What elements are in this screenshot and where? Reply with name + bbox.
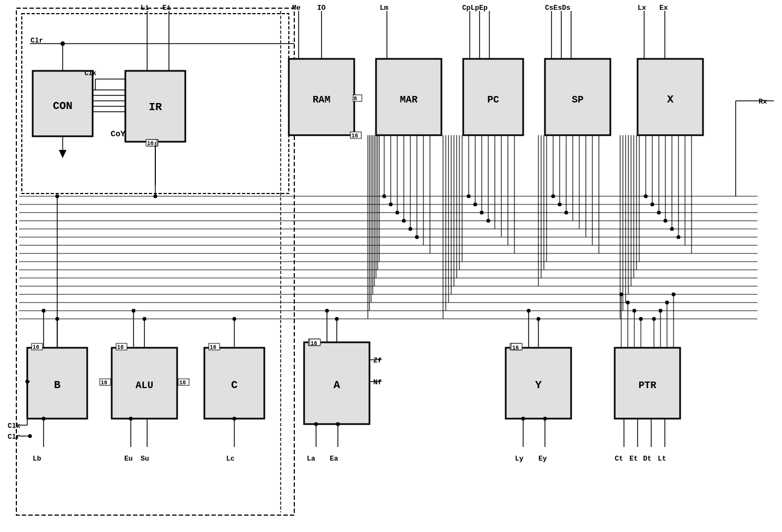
su-label: Su — [141, 455, 149, 463]
svg-text:16: 16 — [101, 380, 107, 386]
zf-label: Zf — [373, 356, 382, 365]
li-label: Li — [141, 4, 149, 12]
svg-point-226 — [56, 195, 59, 198]
svg-point-181 — [626, 301, 630, 305]
ir-label: IR — [149, 101, 162, 113]
svg-point-212 — [28, 434, 32, 438]
clr-bottom-label: Clr — [8, 433, 20, 441]
svg-point-198 — [336, 422, 340, 426]
lm-label: Lm — [380, 4, 389, 12]
svg-point-79 — [396, 211, 399, 215]
et-label: Et — [629, 455, 638, 463]
svg-text:16: 16 — [210, 344, 216, 350]
svg-point-163 — [233, 317, 237, 321]
svg-point-184 — [652, 317, 656, 321]
svg-point-169 — [537, 317, 541, 321]
svg-point-100 — [474, 203, 477, 207]
svg-point-135 — [651, 203, 654, 207]
svg-point-117 — [565, 211, 568, 215]
svg-point-102 — [487, 219, 490, 223]
svg-point-167 — [325, 309, 329, 313]
x-label: X — [667, 93, 674, 106]
la-label: La — [307, 455, 316, 463]
svg-text:16: 16 — [311, 341, 317, 347]
cpu-diagram: CON IR RAM MAR PC SP X B ALU C A — [0, 0, 782, 532]
svg-point-143 — [42, 309, 46, 313]
svg-point-194 — [233, 417, 237, 421]
svg-point-186 — [665, 301, 669, 305]
svg-point-137 — [664, 219, 668, 223]
svg-text:16: 16 — [147, 141, 154, 147]
lt-label: Lt — [658, 455, 666, 463]
pc-label: PC — [487, 94, 499, 105]
y-label: Y — [535, 379, 542, 391]
svg-point-165 — [335, 317, 339, 321]
svg-point-134 — [644, 195, 648, 198]
ram-label: RAM — [313, 94, 330, 105]
svg-point-80 — [402, 219, 406, 223]
svg-marker-55 — [59, 150, 66, 158]
svg-text:16: 16 — [33, 344, 39, 350]
alu-label: ALU — [136, 380, 153, 391]
lx-label: Lx — [638, 4, 646, 12]
svg-point-78 — [389, 203, 393, 207]
svg-point-81 — [409, 227, 413, 231]
svg-point-161 — [132, 309, 136, 313]
svg-point-116 — [558, 203, 562, 207]
csesds-label: CsEsDs — [545, 4, 571, 12]
svg-point-115 — [551, 195, 555, 198]
eu-label: Eu — [124, 455, 133, 463]
dt-label: Dt — [643, 455, 652, 463]
b-label: B — [54, 379, 60, 391]
svg-point-210 — [26, 380, 29, 384]
sp-label: SP — [572, 94, 584, 105]
svg-point-82 — [415, 235, 419, 239]
ly-label: Ly — [515, 455, 524, 463]
svg-point-200 — [522, 417, 525, 421]
ram-16-label: 16 — [351, 133, 358, 139]
nf-label: Nf — [373, 378, 382, 386]
ex-label: Ex — [659, 4, 668, 12]
lb-label: Lb — [33, 455, 41, 463]
io-label: IO — [317, 4, 326, 12]
ct-label: Ct — [615, 455, 623, 463]
svg-point-224 — [154, 195, 157, 198]
cplpep-label: CpLpEp — [462, 4, 488, 12]
svg-point-187 — [672, 293, 676, 297]
svg-text:16: 16 — [179, 380, 186, 386]
con-label: CON — [53, 100, 72, 112]
svg-point-46 — [60, 41, 65, 46]
svg-point-189 — [42, 417, 46, 421]
ey-label: Ey — [538, 455, 547, 463]
lc-label: Lc — [226, 455, 235, 463]
coy-label: CoY — [111, 130, 125, 139]
ptr-label: PTR — [639, 380, 657, 391]
me-label: Me — [292, 4, 301, 12]
clr-top-label: Clr — [31, 37, 43, 45]
svg-point-202 — [543, 417, 547, 421]
svg-point-139 — [677, 235, 681, 239]
svg-point-196 — [314, 422, 318, 426]
svg-point-171 — [527, 309, 531, 313]
svg-point-191 — [129, 417, 133, 421]
svg-text:16: 16 — [117, 344, 124, 350]
clk-top-label: Clk — [84, 70, 96, 77]
mar-label: MAR — [400, 94, 418, 105]
rx-label: Rx — [759, 98, 767, 106]
svg-point-180 — [620, 293, 623, 297]
svg-point-101 — [480, 211, 484, 215]
svg-text:8: 8 — [354, 96, 357, 102]
svg-point-99 — [467, 195, 471, 198]
svg-point-159 — [143, 317, 147, 321]
ei-label: Ei — [162, 4, 171, 12]
svg-point-136 — [657, 211, 661, 215]
c-label: C — [231, 379, 238, 391]
svg-point-182 — [633, 309, 636, 313]
svg-point-183 — [639, 317, 643, 321]
svg-point-185 — [659, 309, 663, 313]
svg-point-77 — [383, 195, 386, 198]
svg-text:16: 16 — [512, 345, 519, 351]
circuit-svg: CON IR RAM MAR PC SP X B ALU C A — [0, 0, 782, 532]
ea-label: Ea — [330, 455, 338, 463]
svg-point-138 — [670, 227, 674, 231]
